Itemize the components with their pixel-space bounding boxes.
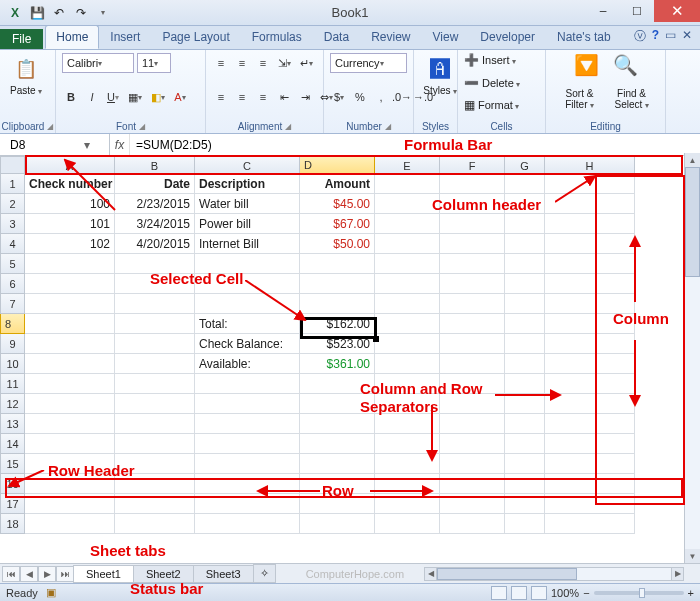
cell[interactable] [505, 274, 545, 294]
close-button[interactable] [654, 0, 700, 22]
cell[interactable] [505, 294, 545, 314]
excel-icon[interactable]: X [6, 4, 24, 22]
cell[interactable] [300, 394, 375, 414]
spreadsheet-grid[interactable]: A B C D E F G H [0, 156, 700, 174]
cell[interactable]: $67.00 [300, 214, 375, 234]
bold-button[interactable]: B [62, 87, 80, 107]
cell[interactable] [375, 354, 440, 374]
cell[interactable] [545, 314, 635, 334]
cell[interactable]: Available: [195, 354, 300, 374]
cell[interactable] [115, 434, 195, 454]
cell[interactable] [25, 334, 115, 354]
ribbon-close-icon[interactable]: ✕ [682, 28, 692, 45]
cell[interactable] [545, 334, 635, 354]
col-header-c[interactable]: C [195, 156, 300, 174]
cell[interactable] [115, 314, 195, 334]
cell[interactable] [375, 274, 440, 294]
cell[interactable] [505, 314, 545, 334]
increase-decimal-icon[interactable]: .0→ [393, 87, 411, 107]
cell[interactable] [505, 234, 545, 254]
cell[interactable] [440, 434, 505, 454]
increase-indent-icon[interactable]: ⇥ [296, 87, 314, 107]
cell[interactable] [300, 374, 375, 394]
view-layout-icon[interactable] [511, 586, 527, 600]
cell[interactable] [545, 514, 635, 534]
cell[interactable] [440, 414, 505, 434]
cell[interactable] [195, 374, 300, 394]
sheet-nav-prev-icon[interactable]: ◀ [20, 566, 38, 582]
cell[interactable]: Check number [25, 174, 115, 194]
cell[interactable] [545, 194, 635, 214]
cell[interactable] [440, 454, 505, 474]
sheet-nav-last-icon[interactable]: ⏭ [56, 566, 74, 582]
cell[interactable] [440, 374, 505, 394]
row-header-3[interactable]: 3 [0, 214, 25, 234]
cell[interactable] [505, 414, 545, 434]
cell[interactable]: 100 [25, 194, 115, 214]
cell[interactable]: $45.00 [300, 194, 375, 214]
cell[interactable] [115, 294, 195, 314]
cell[interactable] [545, 294, 635, 314]
cell[interactable] [505, 494, 545, 514]
cell[interactable] [505, 214, 545, 234]
tab-home[interactable]: Home [45, 25, 99, 49]
row-header-11[interactable]: 11 [0, 374, 25, 394]
cell[interactable] [545, 394, 635, 414]
cell[interactable] [375, 234, 440, 254]
cell[interactable] [375, 314, 440, 334]
cell[interactable]: $361.00 [300, 354, 375, 374]
sheet-tab-3[interactable]: Sheet3 [193, 565, 254, 583]
cell[interactable] [505, 354, 545, 374]
cell[interactable] [440, 474, 505, 494]
zoom-slider[interactable] [594, 591, 684, 595]
cell[interactable] [25, 494, 115, 514]
cell[interactable] [545, 274, 635, 294]
col-header-d[interactable]: D [300, 156, 375, 174]
tab-data[interactable]: Data [313, 25, 360, 49]
cell[interactable] [25, 474, 115, 494]
cell[interactable] [300, 274, 375, 294]
font-name-select[interactable]: Calibri [62, 53, 134, 73]
zoom-in-icon[interactable]: + [688, 587, 694, 599]
cell[interactable] [545, 414, 635, 434]
cell[interactable] [25, 294, 115, 314]
maximize-button[interactable] [620, 0, 654, 22]
cell[interactable] [545, 434, 635, 454]
cell[interactable] [25, 254, 115, 274]
cell[interactable] [505, 454, 545, 474]
view-break-icon[interactable] [531, 586, 547, 600]
cell[interactable] [505, 434, 545, 454]
cell[interactable] [195, 414, 300, 434]
cell[interactable] [25, 434, 115, 454]
cell[interactable]: Amount [300, 174, 375, 194]
cell[interactable]: Date [115, 174, 195, 194]
cell[interactable] [545, 354, 635, 374]
cell[interactable] [195, 474, 300, 494]
row-header-14[interactable]: 14 [0, 434, 25, 454]
cell[interactable]: Description [195, 174, 300, 194]
cell[interactable] [25, 274, 115, 294]
tab-view[interactable]: View [422, 25, 470, 49]
styles-button[interactable]: 🅰 Styles [420, 53, 460, 98]
cell[interactable] [375, 434, 440, 454]
cell[interactable] [375, 374, 440, 394]
cell[interactable] [375, 254, 440, 274]
tab-insert[interactable]: Insert [99, 25, 151, 49]
cell[interactable]: Check Balance: [195, 334, 300, 354]
font-color-button[interactable]: A [171, 87, 189, 107]
help-icon[interactable]: ? [652, 28, 659, 45]
cell[interactable] [25, 394, 115, 414]
cell[interactable] [115, 254, 195, 274]
cell[interactable] [505, 194, 545, 214]
cell[interactable] [375, 474, 440, 494]
row-header-5[interactable]: 5 [0, 254, 25, 274]
cell[interactable] [195, 434, 300, 454]
align-right-icon[interactable]: ≡ [254, 87, 272, 107]
cell[interactable]: Power bill [195, 214, 300, 234]
cells-delete-icon[interactable]: ➖ [464, 76, 479, 90]
sheet-nav-first-icon[interactable]: ⏮ [2, 566, 20, 582]
cell[interactable]: 102 [25, 234, 115, 254]
border-button[interactable]: ▦ [125, 87, 145, 107]
wrap-text-icon[interactable]: ↵ [297, 53, 316, 73]
paste-button[interactable]: 📋 Paste [6, 53, 46, 98]
